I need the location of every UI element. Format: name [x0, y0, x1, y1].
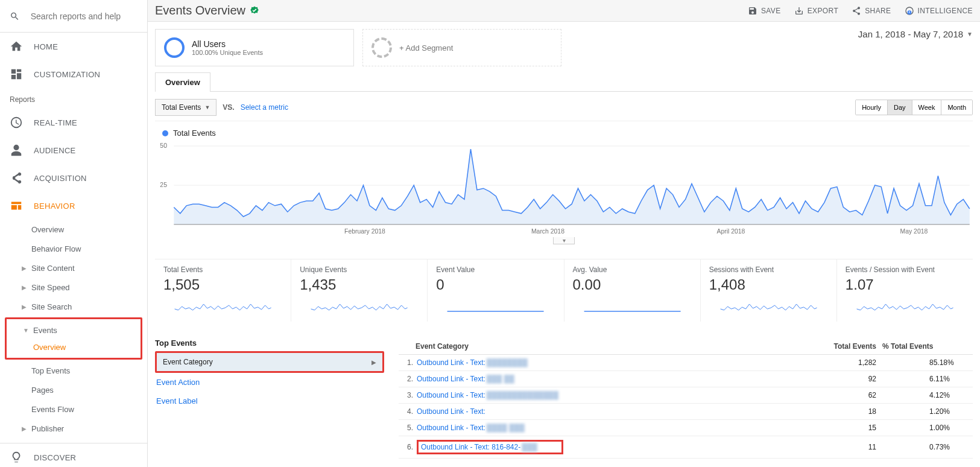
events-highlight: ▼Events Overview: [5, 317, 142, 360]
table-row: 6.Outbound Link - Text: 816-842-███110.7…: [399, 436, 973, 459]
event-link[interactable]: Outbound Link - Text:███ ██: [413, 375, 828, 383]
row-index: 5.: [399, 424, 413, 432]
event-action-link[interactable]: Event Action: [155, 373, 384, 392]
metric-label: Total Events: [163, 265, 282, 274]
nav-site-content[interactable]: ▶Site Content: [0, 258, 147, 278]
table-row: 4.Outbound Link - Text:181.20%: [399, 404, 973, 420]
intelligence-button[interactable]: 4INTELLIGENCE: [905, 6, 973, 16]
event-link[interactable]: Outbound Link - Text:: [413, 407, 828, 416]
row-pct: 6.11%: [882, 375, 973, 383]
row-index: 4.: [399, 407, 413, 416]
nav-discover-label: DISCOVER: [34, 453, 76, 462]
metric-card[interactable]: Events / Session with Event1.07: [837, 259, 973, 322]
metric-card[interactable]: Avg. Value0.00: [564, 259, 701, 322]
add-segment[interactable]: + Add Segment: [362, 29, 561, 66]
nav-customization[interactable]: CUSTOMIZATION: [0, 60, 147, 88]
chart-area: Total Events 5025February 2018March 2018…: [155, 121, 973, 244]
granularity-month[interactable]: Month: [941, 100, 972, 115]
share-button[interactable]: SHARE: [852, 6, 891, 16]
row-pct: 4.12%: [882, 391, 973, 399]
chevron-right-icon: ▶: [371, 359, 376, 366]
nav-publisher[interactable]: ▶Publisher: [0, 419, 147, 438]
lower-section: Top Events Event Category ▶ Event Action…: [155, 338, 973, 459]
granularity-hourly[interactable]: Hourly: [856, 100, 888, 115]
share-icon: [852, 6, 861, 16]
granularity-week[interactable]: Week: [912, 100, 942, 115]
row-pct: 1.00%: [882, 424, 973, 432]
event-link[interactable]: Outbound Link - Text: 816-842-███: [413, 440, 828, 454]
select-metric-link[interactable]: Select a metric: [241, 103, 288, 112]
event-label-link[interactable]: Event Label: [155, 392, 384, 410]
metric-label: Unique Events: [300, 265, 419, 274]
nav: HOME CUSTOMIZATION Reports REAL-TIME AUD…: [0, 33, 147, 467]
nav-discover[interactable]: DISCOVER: [0, 443, 147, 467]
metric-dropdown[interactable]: Total Events ▼: [155, 99, 217, 116]
search-icon: [10, 10, 20, 22]
nav-site-speed[interactable]: ▶Site Speed: [0, 278, 147, 297]
nav-audience[interactable]: AUDIENCE: [0, 136, 147, 164]
metric-card[interactable]: Event Value0: [428, 259, 564, 322]
segment-subtitle: 100.00% Unique Events: [192, 49, 263, 56]
nav-behavior-label: BEHAVIOR: [34, 202, 75, 211]
granularity-toggle: Hourly Day Week Month: [855, 100, 973, 115]
metric-label: Avg. Value: [573, 265, 692, 274]
save-button[interactable]: SAVE: [748, 6, 781, 16]
row-total-events: 15: [828, 424, 882, 432]
legend-dot-icon: [162, 130, 168, 136]
collapse-handle[interactable]: ▾: [553, 237, 575, 244]
svg-text:February 2018: February 2018: [344, 228, 385, 235]
legend-label: Total Events: [173, 129, 216, 138]
svg-text:4: 4: [908, 11, 910, 14]
nav-home-label: HOME: [34, 42, 58, 51]
chevron-right-icon: ▶: [18, 265, 30, 272]
event-link[interactable]: Outbound Link - Text:████████: [413, 358, 828, 367]
granularity-day[interactable]: Day: [888, 100, 912, 115]
nav-audience-label: AUDIENCE: [34, 146, 76, 155]
segment-dashed-circle-icon: [371, 37, 392, 58]
segment-row: All Users 100.00% Unique Events + Add Se…: [155, 29, 973, 66]
row-pct: 0.73%: [882, 443, 973, 451]
page-title: Events Overview: [155, 4, 245, 17]
event-link[interactable]: Outbound Link - Text:████ ███: [413, 424, 828, 432]
header-bar: Events Overview SAVE EXPORT SHARE 4INTEL…: [148, 0, 980, 22]
header-actions: SAVE EXPORT SHARE 4INTELLIGENCE: [748, 6, 973, 16]
segment-all-users[interactable]: All Users 100.00% Unique Events: [155, 29, 354, 66]
event-category-row[interactable]: Event Category ▶: [155, 351, 384, 373]
nav-site-search[interactable]: ▶Site Search: [0, 297, 147, 316]
intelligence-icon: 4: [905, 6, 914, 16]
segment-circle-icon: [164, 37, 185, 58]
nav-events-overview[interactable]: Overview: [7, 338, 141, 355]
nav-realtime[interactable]: REAL-TIME: [0, 109, 147, 136]
svg-text:May 2018: May 2018: [900, 228, 928, 235]
person-icon: [10, 144, 23, 157]
metric-label: Events / Session with Event: [846, 265, 964, 274]
nav-behavior-flow[interactable]: Behavior Flow: [0, 239, 147, 258]
chevron-right-icon: ▶: [18, 303, 30, 310]
nav-events-flow[interactable]: Events Flow: [0, 399, 147, 419]
nav-pages[interactable]: Pages: [0, 380, 147, 399]
metric-card[interactable]: Unique Events1,435: [291, 259, 428, 322]
nav-acquisition[interactable]: ACQUISITION: [0, 164, 147, 192]
table-row: 5.Outbound Link - Text:████ ███151.00%: [399, 420, 973, 436]
nav-behavior[interactable]: BEHAVIOR: [0, 192, 147, 220]
metric-value: 1.07: [846, 276, 964, 293]
nav-events[interactable]: ▼Events: [7, 322, 141, 338]
tab-overview[interactable]: Overview: [155, 72, 210, 92]
nav-home[interactable]: HOME: [0, 33, 147, 60]
svg-text:March 2018: March 2018: [531, 228, 564, 235]
th-total-events: Total Events: [828, 342, 882, 351]
metric-card[interactable]: Sessions with Event1,408: [701, 259, 837, 322]
metric-value: 1,505: [163, 276, 282, 293]
event-link[interactable]: Outbound Link - Text:██████████████: [413, 391, 828, 399]
export-button[interactable]: EXPORT: [794, 6, 839, 16]
th-category: Event Category: [399, 342, 828, 351]
date-range-picker[interactable]: Jan 1, 2018 - May 7, 2018 ▼: [858, 29, 973, 39]
nav-behavior-overview[interactable]: Overview: [0, 220, 147, 239]
search-input[interactable]: [31, 11, 138, 21]
nav-top-events[interactable]: Top Events: [0, 361, 147, 380]
line-chart[interactable]: 5025February 2018March 2018April 2018May…: [155, 140, 973, 237]
chevron-down-icon: ▼: [204, 104, 210, 110]
main: Events Overview SAVE EXPORT SHARE 4INTEL…: [148, 0, 980, 467]
metric-card[interactable]: Total Events1,505: [155, 259, 291, 322]
export-icon: [794, 6, 804, 16]
